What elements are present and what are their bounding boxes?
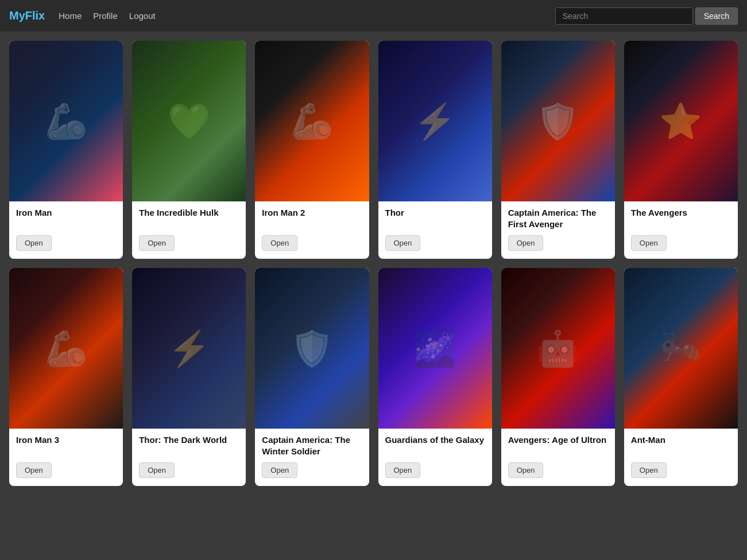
- open-button-incredible-hulk[interactable]: Open: [139, 235, 175, 251]
- open-button-thor[interactable]: Open: [385, 235, 421, 251]
- movie-title-captain-america: Captain America: The First Avenger: [508, 207, 608, 230]
- movie-poster-avengers: ⭐: [624, 41, 738, 201]
- open-button-antman[interactable]: Open: [631, 462, 667, 478]
- movie-card-iron-man-3: 🦾 Iron Man 3 Open: [9, 268, 123, 486]
- movie-poster-captain-america: 🛡️: [501, 41, 615, 201]
- movie-info-iron-man: Iron Man Open: [9, 201, 123, 259]
- open-button-avengers[interactable]: Open: [631, 235, 667, 251]
- movie-info-cap-2: Captain America: The Winter Soldier Open: [255, 429, 369, 486]
- movie-poster-iron-man-3: 🦾: [9, 268, 123, 429]
- movie-title-cap-2: Captain America: The Winter Soldier: [262, 434, 362, 457]
- movie-poster-incredible-hulk: 💚: [132, 41, 246, 201]
- movie-info-captain-america: Captain America: The First Avenger Open: [501, 201, 615, 259]
- movie-grid: 🦾 Iron Man Open 💚 The Incredible Hulk Op…: [0, 32, 747, 495]
- nav-profile[interactable]: Profile: [93, 11, 118, 21]
- movie-card-avengers-2: 🤖 Avengers: Age of Ultron Open: [501, 268, 615, 486]
- movie-title-iron-man-3: Iron Man 3: [16, 434, 116, 446]
- movie-card-gotg: 🌌 Guardians of the Galaxy Open: [378, 268, 492, 486]
- movie-card-incredible-hulk: 💚 The Incredible Hulk Open: [132, 41, 246, 259]
- movie-info-antman: Ant-Man Open: [624, 429, 738, 486]
- movie-title-thor: Thor: [385, 207, 485, 219]
- movie-info-avengers: The Avengers Open: [624, 201, 738, 259]
- search-button[interactable]: Search: [695, 7, 738, 25]
- movie-card-avengers: ⭐ The Avengers Open: [624, 41, 738, 259]
- movie-info-thor: Thor Open: [378, 201, 492, 259]
- movie-card-captain-america: 🛡️ Captain America: The First Avenger Op…: [501, 41, 615, 259]
- navbar: MyFlix Home Profile Logout Search: [0, 0, 747, 32]
- movie-card-iron-man-2: 🦾 Iron Man 2 Open: [255, 41, 369, 259]
- search-bar: Search: [555, 7, 738, 25]
- movie-info-avengers-2: Avengers: Age of Ultron Open: [501, 429, 615, 486]
- open-button-gotg[interactable]: Open: [385, 462, 421, 478]
- search-input[interactable]: [555, 7, 693, 25]
- movie-card-iron-man: 🦾 Iron Man Open: [9, 41, 123, 259]
- movie-poster-iron-man-2: 🦾: [255, 41, 369, 201]
- movie-info-incredible-hulk: The Incredible Hulk Open: [132, 201, 246, 259]
- movie-info-gotg: Guardians of the Galaxy Open: [378, 429, 492, 486]
- movie-title-iron-man: Iron Man: [16, 207, 116, 219]
- movie-title-avengers-2: Avengers: Age of Ultron: [508, 434, 608, 446]
- movie-title-gotg: Guardians of the Galaxy: [385, 434, 485, 446]
- movie-card-cap-2: 🛡️ Captain America: The Winter Soldier O…: [255, 268, 369, 486]
- open-button-cap-2[interactable]: Open: [262, 462, 297, 478]
- movie-card-antman: 🐜 Ant-Man Open: [624, 268, 738, 486]
- nav-home[interactable]: Home: [59, 11, 82, 21]
- movie-poster-cap-2: 🛡️: [255, 268, 369, 429]
- movie-poster-thor: ⚡: [378, 41, 492, 201]
- nav-logout[interactable]: Logout: [129, 11, 156, 21]
- movie-poster-avengers-2: 🤖: [501, 268, 615, 429]
- open-button-avengers-2[interactable]: Open: [508, 462, 544, 478]
- brand-logo: MyFlix: [9, 9, 45, 22]
- movie-poster-gotg: 🌌: [378, 268, 492, 429]
- movie-card-thor-2: ⚡ Thor: The Dark World Open: [132, 268, 246, 486]
- movie-info-iron-man-3: Iron Man 3 Open: [9, 429, 123, 486]
- movie-title-avengers: The Avengers: [631, 207, 731, 219]
- open-button-captain-america[interactable]: Open: [508, 235, 544, 251]
- movie-title-thor-2: Thor: The Dark World: [139, 434, 239, 446]
- movie-poster-antman: 🐜: [624, 268, 738, 429]
- movie-info-iron-man-2: Iron Man 2 Open: [255, 201, 369, 259]
- open-button-iron-man[interactable]: Open: [16, 235, 52, 251]
- movie-poster-thor-2: ⚡: [132, 268, 246, 429]
- movie-title-incredible-hulk: The Incredible Hulk: [139, 207, 239, 219]
- open-button-thor-2[interactable]: Open: [139, 462, 175, 478]
- nav-links: Home Profile Logout: [59, 11, 155, 21]
- movie-poster-iron-man: 🦾: [9, 41, 123, 201]
- open-button-iron-man-2[interactable]: Open: [262, 235, 297, 251]
- open-button-iron-man-3[interactable]: Open: [16, 462, 52, 478]
- movie-title-antman: Ant-Man: [631, 434, 731, 446]
- movie-card-thor: ⚡ Thor Open: [378, 41, 492, 259]
- movie-title-iron-man-2: Iron Man 2: [262, 207, 362, 219]
- movie-info-thor-2: Thor: The Dark World Open: [132, 429, 246, 486]
